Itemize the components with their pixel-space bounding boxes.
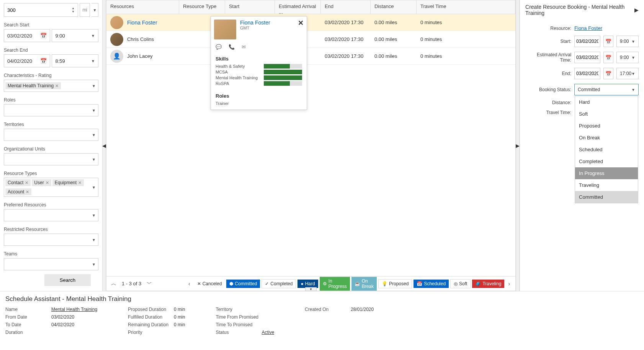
status-dropdown[interactable]: Committed▼ Hard Soft Proposed On Break S…	[574, 84, 639, 95]
pager-down-icon[interactable]: ﹀	[147, 280, 152, 287]
territories-input[interactable]: ▼	[4, 129, 98, 141]
phone-icon[interactable]: 📞	[229, 44, 235, 50]
resource-type-tag[interactable]: Account✕	[5, 188, 31, 195]
tag-remove-icon[interactable]: ✕	[25, 180, 28, 185]
status-option[interactable]: Completed	[575, 155, 638, 167]
cell-travel: 0 minutes	[417, 36, 515, 42]
radius-value[interactable]	[7, 7, 72, 13]
legend-hard[interactable]: ● Hard	[297, 280, 318, 288]
th-end[interactable]: End	[321, 0, 371, 14]
close-icon[interactable]: ✕	[298, 19, 304, 27]
legend-prev-icon[interactable]: ‹	[186, 281, 193, 287]
legend-onbreak[interactable]: ☕ On Break	[351, 277, 377, 291]
end-time-dropdown[interactable]: 17:00▼	[616, 68, 639, 79]
email-icon[interactable]: ✉	[242, 44, 246, 50]
legend-label: Traveling	[482, 281, 501, 286]
legend-canceled[interactable]: ✕ Canceled	[194, 280, 225, 288]
calendar-icon[interactable]: 📅	[603, 68, 613, 79]
search-end-time[interactable]: 8:59▼	[52, 54, 98, 67]
th-travel[interactable]: Travel Time	[417, 0, 515, 14]
eta-time-dropdown[interactable]: 9:00▼	[616, 52, 639, 63]
legend-proposed[interactable]: 💡 Proposed	[378, 279, 412, 288]
legend-committed[interactable]: ⬢ Committed	[226, 280, 260, 288]
tag-remove-icon[interactable]: ✕	[26, 190, 29, 195]
status-option[interactable]: Hard	[575, 96, 638, 108]
status-option[interactable]: Scheduled	[575, 144, 638, 155]
legend-next-icon[interactable]: ›	[506, 281, 512, 287]
th-resources[interactable]: Resources	[106, 0, 179, 14]
bottom-toggle[interactable]: ▼	[305, 287, 317, 291]
end-date-input[interactable]	[574, 68, 600, 79]
collapse-left-handle[interactable]: ◀	[102, 0, 106, 291]
status-option[interactable]: On Break	[575, 132, 638, 144]
calendar-icon[interactable]: 📅	[40, 58, 47, 64]
legend-inprogress[interactable]: ⚙ In Progress	[320, 277, 350, 291]
unit-dropdown[interactable]: ▼	[92, 3, 98, 17]
calendar-icon[interactable]: 📅	[603, 52, 613, 63]
skill-bar	[264, 81, 302, 86]
legend-label: Scheduled	[424, 281, 446, 286]
legend-scheduled[interactable]: 📅 Scheduled	[414, 280, 449, 288]
chat-icon[interactable]: 💬	[216, 44, 222, 50]
th-distance[interactable]: Distance	[371, 0, 417, 14]
preferred-input[interactable]: ▼	[4, 209, 98, 221]
start-date-input[interactable]	[574, 36, 600, 47]
to-date-val: 04/02/2020	[51, 322, 74, 327]
calendar-icon[interactable]: 📅	[603, 36, 613, 47]
tag-remove-icon[interactable]: ✕	[78, 180, 82, 185]
resource-type-tag[interactable]: Contact✕	[5, 179, 31, 186]
tag-remove-icon[interactable]: ✕	[46, 180, 49, 185]
collapse-right-handle[interactable]: ▶	[516, 0, 520, 291]
characteristics-label: Characteristics - Rating	[4, 73, 98, 78]
popover-name[interactable]: Fiona Foster	[240, 20, 270, 26]
radius-input[interactable]: ▲▼	[4, 3, 78, 17]
th-eta[interactable]: Estimated Arrival ...	[275, 0, 321, 14]
name-link[interactable]: Mental Health Training	[51, 307, 97, 312]
org-units-input[interactable]: ▼	[4, 153, 98, 165]
resource-type-tag[interactable]: User✕	[32, 179, 51, 186]
eta-date-input[interactable]	[574, 52, 600, 63]
resource-type-tag[interactable]: Equipment✕	[52, 179, 84, 186]
table-row[interactable]: Fiona Foster 03/02/2020 9:00 03/02/2020 …	[106, 14, 515, 31]
status-option[interactable]: Proposed	[575, 120, 638, 132]
remaining-dur-label: Remaining Duration	[128, 322, 174, 327]
legend-traveling[interactable]: 🧳 Traveling	[472, 280, 504, 288]
roles-heading: Roles	[216, 93, 302, 99]
legend-soft[interactable]: ◎ Soft	[450, 279, 471, 288]
collapse-icon[interactable]: ▶	[634, 7, 639, 13]
distance-label: Distance:	[525, 100, 571, 105]
pager-up-icon[interactable]: ︿	[111, 280, 116, 287]
status-option[interactable]: Committed	[575, 191, 638, 203]
search-end-date[interactable]: 04/02/2020📅	[4, 54, 50, 67]
panel-title-text: Create Resource Booking - Mental Health …	[525, 4, 634, 16]
resource-name[interactable]: Fiona Foster	[127, 20, 157, 26]
status-link[interactable]: Active	[262, 330, 274, 335]
spinner-arrows[interactable]: ▲▼	[72, 7, 75, 13]
preferred-label: Preferred Resources	[4, 202, 98, 208]
status-option[interactable]: Soft	[575, 108, 638, 120]
tag-remove-icon[interactable]: ✕	[55, 83, 59, 88]
search-start-time[interactable]: 9:00▼	[52, 29, 98, 42]
characteristics-input[interactable]: Mental Health Training✕ ▼	[4, 80, 98, 92]
search-button[interactable]: Search	[44, 274, 91, 286]
th-start[interactable]: Start	[225, 0, 275, 14]
resource-link[interactable]: Fiona Foster	[574, 25, 602, 31]
roles-input[interactable]: ▼	[4, 104, 98, 116]
calendar-icon[interactable]: 📅	[40, 33, 47, 39]
legend-label: Proposed	[389, 281, 409, 286]
restricted-input[interactable]: ▼	[4, 234, 98, 246]
table-row[interactable]: Chris Colins 03/02/2020 9:00 03/02/2020 …	[106, 31, 515, 48]
resource-types-input[interactable]: Contact✕ User✕ Equipment✕ ▼ Account✕	[4, 178, 98, 197]
legend-completed[interactable]: ✓ Completed	[262, 279, 296, 288]
characteristic-tag[interactable]: Mental Health Training✕	[5, 82, 61, 89]
th-resource-type[interactable]: Resource Type	[179, 0, 225, 14]
time-val: 9:00	[620, 55, 629, 60]
skills-heading: Skills	[216, 56, 302, 62]
start-time-dropdown[interactable]: 9:00▼	[616, 36, 639, 47]
booking-panel: Create Resource Booking - Mental Health …	[520, 0, 644, 291]
status-option[interactable]: Traveling	[575, 179, 638, 191]
status-option[interactable]: In Progress	[575, 167, 638, 179]
teams-input[interactable]: ▼	[4, 258, 98, 270]
table-row[interactable]: 👤John Lacey 03/02/2020 9:00 03/02/2020 1…	[106, 48, 515, 65]
search-start-date[interactable]: 03/02/2020📅	[4, 29, 50, 42]
